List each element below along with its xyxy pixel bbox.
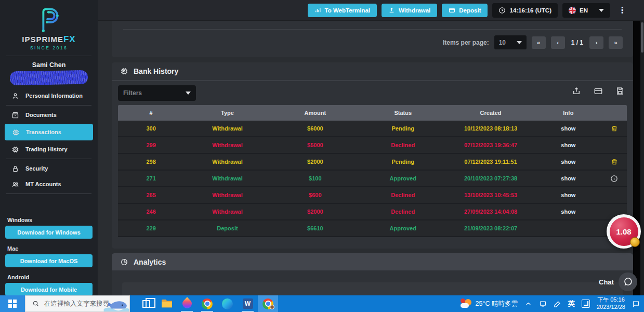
chat-widget: Chat	[599, 272, 637, 291]
show-link[interactable]: show	[535, 159, 601, 165]
folder-icon	[161, 299, 173, 308]
download-macos-button[interactable]: Download for MacOS	[5, 254, 93, 267]
next-page-button[interactable]: ›	[589, 36, 603, 49]
taskbar-clock[interactable]: 下午 05:16 2023/12/28	[597, 296, 625, 311]
sidebar-item-documents[interactable]: Documents	[0, 107, 98, 123]
chevron-down-icon	[599, 9, 604, 12]
show-link[interactable]: show	[535, 192, 601, 198]
network-icon[interactable]	[539, 300, 547, 308]
table-row[interactable]: 300 Withdrawal $6000 Pending 10/12/2023 …	[118, 121, 627, 137]
app-drop-button[interactable]	[177, 295, 197, 312]
cell-type: Deposit	[184, 225, 270, 231]
scrollbar-thumb[interactable]	[641, 22, 643, 53]
chrome-icon	[202, 298, 213, 309]
ime-language-button[interactable]: 英	[568, 299, 575, 308]
sidebar-item-personal-information[interactable]: Personal Information	[0, 88, 98, 103]
pen-icon[interactable]	[554, 300, 561, 308]
page-indicator: 1 / 1	[571, 39, 583, 46]
edge-button[interactable]	[217, 295, 238, 312]
show-hidden-icons-button[interactable]	[524, 300, 532, 308]
card-view-icon[interactable]	[594, 86, 603, 96]
webterminal-button[interactable]: To WebTerminal	[308, 4, 377, 17]
system-tray: 25°C 晴時多雲 英 下午 05:16 2023/12/28	[461, 295, 644, 312]
save-icon[interactable]	[615, 86, 625, 96]
weather-widget[interactable]: 25°C 晴時多雲	[461, 298, 518, 309]
kebab-menu[interactable]: ⋮	[615, 5, 629, 15]
info-icon[interactable]	[610, 175, 618, 183]
first-page-button[interactable]: «	[532, 36, 546, 49]
table-row[interactable]: 229 Deposit $6610 Approved 21/09/2023 08…	[118, 220, 627, 237]
cell-status: Declined	[360, 142, 446, 148]
download-windows-button[interactable]: Download for Windows	[5, 226, 93, 239]
chat-bubble-icon	[623, 277, 633, 287]
taskbar-time: 下午 05:16	[597, 296, 625, 304]
cell-amount: $2000	[271, 209, 360, 215]
prev-page-button[interactable]: ‹	[551, 36, 565, 49]
sidebar-item-security[interactable]: Security	[0, 161, 98, 176]
card-icon	[449, 7, 455, 14]
sidebar-item-trading-history[interactable]: Trading History	[0, 141, 98, 157]
bar-chart-icon	[314, 7, 321, 14]
export-icon[interactable]	[572, 86, 581, 96]
word-icon: W	[243, 298, 253, 309]
show-link[interactable]: show	[535, 142, 601, 148]
show-link[interactable]: show	[535, 175, 601, 181]
chat-button[interactable]	[619, 272, 637, 291]
rate-badge[interactable]: 1.08	[607, 214, 641, 249]
archive-box-icon	[11, 111, 19, 119]
profile-badge	[270, 305, 274, 309]
cell-id: 271	[118, 175, 184, 181]
coin-icon	[630, 237, 640, 247]
lock-icon	[11, 165, 19, 173]
action-center-icon[interactable]	[632, 300, 640, 308]
upload-icon	[388, 7, 395, 14]
table-row[interactable]: 299 Withdrawal $5000 Declined 07/12/2023…	[118, 137, 627, 154]
cell-id: 265	[118, 192, 184, 198]
analytics-panel	[122, 282, 623, 295]
table-row[interactable]: 265 Withdrawal $600 Declined 13/10/2023 …	[118, 187, 627, 204]
sidebar-item-transactions[interactable]: Transactions	[5, 124, 93, 140]
file-explorer-button[interactable]	[156, 295, 177, 312]
sidebar-item-mt-accounts[interactable]: MT Accounts	[0, 176, 98, 192]
edge-icon	[222, 298, 233, 309]
drop-app-icon	[180, 297, 193, 310]
chip-icon	[120, 67, 128, 75]
table-row[interactable]: 298 Withdrawal $2000 Pending 07/12/2023 …	[118, 154, 627, 171]
windows-taskbar: 在這裡輸入文字來搜尋 W 25°C 晴時多雲	[0, 295, 644, 312]
uk-flag-icon	[569, 7, 576, 14]
delete-icon[interactable]	[611, 125, 618, 132]
table-row[interactable]: 271 Withdrawal $100 Approved 20/10/2023 …	[118, 171, 627, 187]
task-view-button[interactable]	[136, 295, 156, 312]
last-page-button[interactable]: »	[609, 36, 623, 49]
table-row[interactable]: 246 Withdrawal $2000 Declined 27/09/2023…	[118, 204, 627, 220]
word-button[interactable]: W	[238, 295, 258, 312]
divider	[6, 159, 91, 159]
download-mobile-button[interactable]: Download for Mobile	[5, 283, 93, 296]
ime-mode-icon[interactable]	[582, 300, 590, 308]
column-header: Amount	[271, 110, 360, 116]
language-selector[interactable]: EN	[562, 3, 610, 18]
sidebar-item-label: Security	[25, 165, 48, 172]
cell-type: Withdrawal	[184, 125, 270, 132]
taskbar-search[interactable]: 在這裡輸入文字來搜尋	[25, 295, 130, 312]
os-label-mac: Mac	[7, 245, 98, 252]
user-name: Sami Chen	[0, 61, 98, 69]
show-link[interactable]: show	[535, 125, 601, 132]
deposit-button[interactable]: Deposit	[442, 4, 488, 17]
start-button[interactable]	[0, 295, 25, 312]
filters-dropdown[interactable]: Filters	[118, 85, 196, 101]
withdrawal-button[interactable]: Withdrawal	[382, 4, 437, 17]
people-icon	[11, 180, 19, 188]
brand-logo-icon	[34, 4, 64, 34]
scrollbar[interactable]	[640, 21, 644, 295]
chrome-button[interactable]	[197, 295, 217, 312]
chrome-active-button[interactable]	[258, 295, 278, 312]
row-action	[601, 158, 627, 165]
delete-icon[interactable]	[611, 158, 618, 165]
items-per-page-select[interactable]: 10	[494, 35, 527, 49]
os-label-android: Android	[7, 274, 98, 280]
cell-amount: $6000	[271, 125, 360, 132]
show-link[interactable]: show	[535, 209, 601, 215]
cell-amount: $6610	[271, 225, 360, 231]
cell-type: Withdrawal	[184, 142, 270, 148]
